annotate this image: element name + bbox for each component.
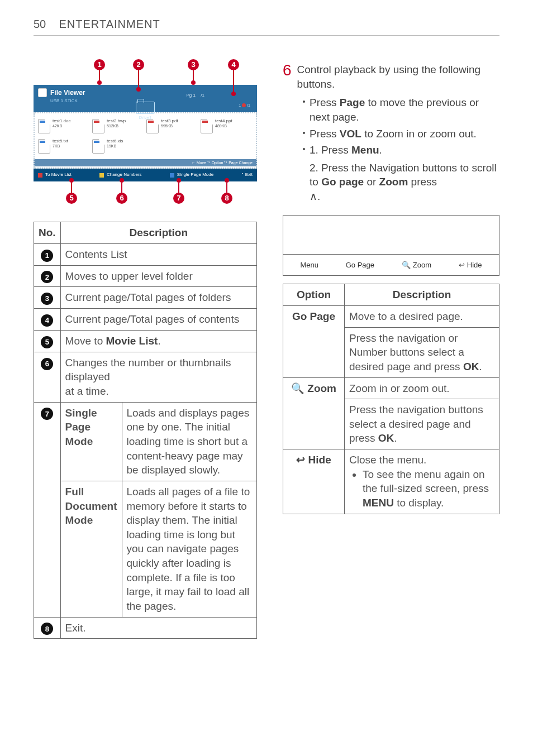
file-text: test6.xls19KB (107, 139, 123, 148)
file-text: test5.txt7KB (53, 139, 68, 148)
file-icon (146, 119, 159, 133)
fv-title: File Viewer (50, 88, 85, 97)
file-item[interactable]: test6.xls19KB (92, 139, 144, 154)
legend-head-desc: Description (60, 222, 256, 244)
legend-row-text: Moves to upper level folder (60, 265, 256, 287)
opt-desc: Press the navigation or Number buttons s… (345, 327, 499, 377)
hide-icon: ↩ (296, 454, 305, 466)
num-badge-icon: 8 (41, 623, 53, 635)
mode-name: Single Page Mode (60, 402, 122, 481)
legend-row-text: Exit. (60, 617, 256, 639)
bullet-icon (303, 101, 305, 103)
file-item[interactable]: test3.pdf595KB (146, 119, 198, 133)
opt-desc: Press the navigation buttons select a de… (345, 399, 499, 449)
callout-dot: 1 (94, 59, 105, 70)
file-item[interactable]: test1.doc42KB (38, 119, 90, 133)
num-badge-icon: 1 (41, 250, 53, 262)
opt-desc: Close the menu. To see the menu again on… (345, 449, 499, 514)
callout-7: 7 (173, 178, 184, 204)
up-arrow-icon: ∧ (310, 189, 317, 204)
legend-table: No. Description 1Contents List2Moves to … (34, 222, 257, 639)
menu-item-menu[interactable]: Menu (300, 260, 318, 270)
callout-8: 8 (221, 178, 232, 204)
options-table: Option Description Go Page Move to a des… (283, 284, 499, 514)
menu-item-go-page[interactable]: Go Page (346, 260, 374, 270)
bullet-vol: Press VOL to Zoom in or zoom out. (303, 127, 499, 141)
callout-dot: 2 (133, 59, 144, 70)
opt-desc: Zoom in or zoom out. (345, 377, 499, 399)
mode-desc: Loads and displays pages one by one. The… (122, 402, 257, 481)
opt-head-right: Description (345, 284, 499, 306)
callout-dot: 5 (66, 193, 77, 204)
file-text: test4.ppt489KB (215, 119, 232, 128)
fv-header: File Viewer USB 1 STICK Drive1 Pg 1 /1 1… (34, 85, 257, 112)
num-badge-icon: 5 (41, 336, 53, 348)
opt-zoom: 🔍 Zoom (283, 377, 345, 449)
legend-row-text: Current page/Total pages of folders (60, 287, 256, 309)
legend-head-no: No. (34, 222, 61, 244)
mode-name: Full Document Mode (60, 481, 122, 617)
menu-item-hide[interactable]: ↩ Hide (459, 260, 482, 270)
callout-dot: 7 (173, 193, 184, 204)
num-badge-icon: 2 (41, 271, 53, 283)
callout-1: 1 (94, 59, 105, 85)
file-item[interactable]: test4.ppt489KB (201, 119, 253, 133)
callout-dot: 6 (116, 193, 127, 204)
fv-footer-single-page-mode[interactable]: Single Page Mode (170, 172, 213, 178)
callout-6: 6 (116, 178, 127, 204)
callout-dot: 8 (221, 193, 232, 204)
file-icon (201, 119, 213, 133)
file-icon (92, 139, 104, 154)
fv-pager: ← Move ꜛꜜ Option ꜛꜜ Page Change (34, 159, 257, 166)
file-item[interactable]: test2.hwp512KB (92, 119, 144, 133)
file-text: test3.pdf595KB (161, 119, 178, 128)
file-item[interactable]: test5.txt7KB (38, 139, 90, 154)
hide-icon: ↩ (459, 260, 465, 270)
section-title: ENTERTAINMENT (59, 18, 160, 30)
bullet-menu: 1. Press Menu. 2. Press the Navigation b… (303, 143, 499, 207)
fv-pg-left: Pg 1 (187, 93, 196, 99)
callout-dot: 4 (228, 59, 239, 70)
red-swatch-icon (38, 173, 42, 178)
num-badge-icon: 7 (41, 408, 53, 420)
page-header: 50 ENTERTAINMENT (34, 17, 499, 36)
callout-dot: 3 (188, 59, 199, 70)
folder-icon (136, 102, 155, 114)
zoom-icon: 🔍 (291, 382, 304, 394)
num-badge-icon: 3 (41, 293, 53, 305)
step-6: 6 Control playback by using the followin… (283, 63, 499, 91)
mode-desc: Loads all pages of a file to memory befo… (122, 481, 257, 617)
opt-hide: ↩ Hide (283, 449, 345, 514)
file-text: test2.hwp512KB (107, 119, 126, 128)
callout-5: 5 (66, 178, 77, 204)
fv-file-grid: test1.doc42KBtest2.hwp512KBtest3.pdf595K… (34, 114, 257, 159)
legend-row-text: Changes the number or thumbnails display… (60, 352, 256, 402)
blue-swatch-icon (170, 173, 174, 178)
menu-item-zoom[interactable]: 🔍 Zoom (402, 260, 431, 270)
file-text: test1.doc42KB (53, 119, 70, 128)
opt-desc: Move to a desired page. (345, 305, 499, 327)
yellow-swatch-icon (99, 173, 104, 178)
fv-footer-exit[interactable]: ꞏ Exit (241, 172, 253, 178)
step-number: 6 (283, 63, 292, 91)
file-icon (92, 119, 104, 133)
menu-bar-screenshot: Menu Go Page 🔍 Zoom ↩ Hide (283, 215, 499, 276)
fv-drive[interactable]: Drive1 (136, 102, 155, 121)
legend-row-text: Move to Movie List. (60, 330, 256, 352)
file-icon (38, 139, 50, 154)
bullet-page: Press Page to move the previous or next … (303, 95, 499, 124)
fv-footer-movie-list[interactable]: To Movie List (38, 172, 72, 178)
num-badge-icon: 4 (41, 314, 53, 327)
callout-2: 2 (133, 59, 144, 92)
file-icon (38, 119, 50, 133)
legend-row-text: Current page/Total pages of contents (60, 309, 256, 331)
bullet-icon (303, 148, 305, 150)
zoom-icon: 🔍 (402, 260, 411, 270)
fv-pg-indicator: 1/1 (239, 103, 250, 108)
callout-3: 3 (188, 59, 199, 85)
bullet-icon (303, 132, 305, 134)
opt-head-left: Option (283, 284, 345, 306)
fv-footer-change-numbers[interactable]: Change Numbers (99, 172, 142, 178)
legend-row-text: Contents List (60, 243, 256, 265)
num-badge-icon: 6 (41, 358, 53, 370)
